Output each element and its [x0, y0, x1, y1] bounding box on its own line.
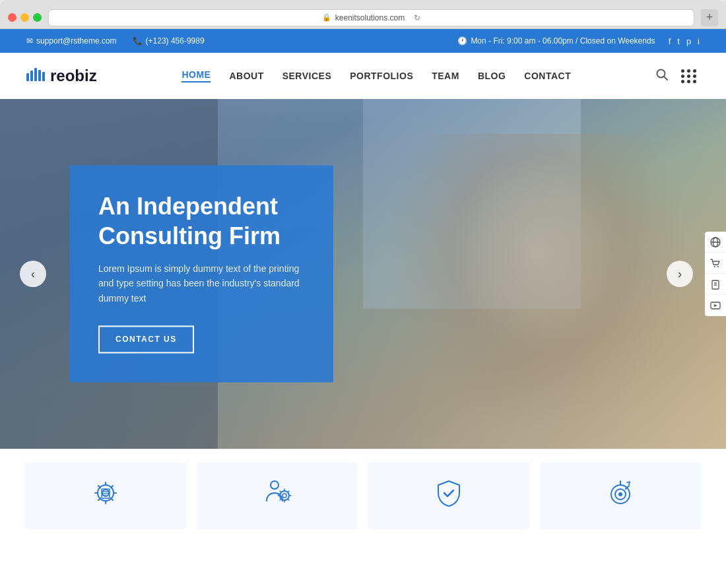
address-bar[interactable]: 🔒 keenitsolutions.com ↻ — [48, 9, 694, 26]
nav-team[interactable]: TEAM — [432, 71, 459, 81]
new-tab-button[interactable]: + — [701, 9, 718, 26]
nav-blog[interactable]: BLOG — [478, 71, 506, 81]
phone-icon: 📞 — [133, 36, 143, 46]
slider-next-button[interactable]: › — [667, 261, 693, 287]
hero-section: An Independent Consulting Firm Lorem Ips… — [0, 99, 726, 449]
globe-side-icon[interactable] — [705, 232, 726, 253]
traffic-lights — [8, 13, 42, 22]
feature-card-1 — [25, 463, 186, 529]
dot — [687, 75, 690, 78]
dot — [681, 75, 684, 78]
dot — [687, 69, 690, 73]
clipboard-side-icon[interactable] — [705, 274, 726, 295]
dot — [693, 80, 696, 83]
search-button[interactable] — [656, 69, 668, 83]
dot — [681, 69, 684, 73]
facebook-icon[interactable]: f — [669, 36, 671, 46]
clock-icon: 🕐 — [457, 36, 467, 46]
chevron-right-icon: › — [678, 267, 682, 281]
svg-point-28 — [618, 492, 622, 496]
email-icon: ✉ — [26, 36, 33, 46]
nav-portfolios[interactable]: PORTFOLIOS — [350, 71, 413, 81]
shield-check-icon — [432, 476, 466, 516]
top-bar-right: 🕐 Mon - Fri: 9:00 am - 06.00pm / Closed … — [457, 36, 700, 46]
feature-cards — [0, 449, 726, 542]
svg-point-25 — [282, 494, 286, 498]
target-arrow-icon — [603, 476, 638, 516]
dot — [687, 80, 690, 83]
phone-text: (+123) 456-9989 — [146, 36, 205, 46]
nav-contact[interactable]: CONTACT — [524, 71, 571, 81]
twitter-icon[interactable]: t — [677, 36, 680, 46]
close-button[interactable] — [8, 13, 16, 22]
website-content: ✉ support@rstheme.com 📞 (+123) 456-9989 … — [0, 29, 726, 588]
worker-gear-icon — [260, 476, 294, 516]
chevron-left-icon: ‹ — [31, 267, 35, 281]
cart-side-icon[interactable] — [705, 253, 726, 274]
dot — [693, 75, 696, 78]
svg-rect-4 — [42, 72, 45, 81]
nav-services[interactable]: SERVICES — [282, 71, 332, 81]
svg-marker-16 — [714, 304, 717, 307]
svg-rect-2 — [34, 68, 37, 81]
logo-text: reobiz — [50, 67, 97, 85]
browser-chrome: 🔒 keenitsolutions.com ↻ + — [0, 0, 726, 29]
side-floating-icons — [705, 232, 726, 316]
url-text: keenitsolutions.com — [335, 13, 405, 22]
hero-title: An Independent Consulting Firm — [98, 191, 304, 251]
top-bar-left: ✉ support@rstheme.com 📞 (+123) 456-9989 — [26, 36, 205, 46]
nav-about[interactable]: ABOUT — [229, 71, 263, 81]
svg-rect-1 — [30, 71, 33, 81]
refresh-icon[interactable]: ↻ — [414, 13, 420, 22]
business-hours: 🕐 Mon - Fri: 9:00 am - 06.00pm / Closed … — [457, 36, 655, 46]
play-side-icon[interactable] — [705, 295, 726, 316]
email-text: support@rstheme.com — [36, 36, 117, 46]
phone-contact: 📞 (+123) 456-9989 — [133, 36, 205, 46]
pinterest-icon[interactable]: p — [686, 36, 691, 46]
svg-point-10 — [714, 266, 715, 267]
instagram-icon[interactable]: i — [698, 36, 700, 46]
maximize-button[interactable] — [33, 13, 42, 22]
hours-text: Mon - Fri: 9:00 am - 06.00pm / Closed on… — [471, 36, 655, 46]
navbar: reobiz HOME ABOUT SERVICES PORTFOLIOS TE… — [0, 53, 726, 99]
hero-content: An Independent Consulting Firm Lorem Ips… — [69, 165, 333, 382]
email-contact: ✉ support@rstheme.com — [26, 36, 117, 46]
social-icons: f t p i — [669, 36, 700, 46]
feature-card-3 — [368, 463, 529, 529]
contact-us-button[interactable]: CONTACT US — [98, 326, 194, 354]
nav-links: HOME ABOUT SERVICES PORTFOLIOS TEAM BLOG… — [182, 69, 571, 82]
svg-point-23 — [271, 481, 279, 489]
svg-rect-0 — [26, 73, 29, 81]
nav-home[interactable]: HOME — [182, 69, 211, 82]
top-bar: ✉ support@rstheme.com 📞 (+123) 456-9989 … — [0, 29, 726, 53]
logo-icon — [26, 67, 45, 85]
dot — [693, 69, 696, 73]
lock-icon: 🔒 — [322, 13, 331, 22]
svg-rect-3 — [38, 70, 41, 81]
minimize-button[interactable] — [20, 13, 29, 22]
gear-document-icon — [88, 476, 123, 516]
svg-line-6 — [664, 77, 667, 80]
feature-card-2 — [197, 463, 358, 529]
svg-point-11 — [717, 266, 719, 267]
hero-description: Lorem Ipsum is simply dummy text of the … — [98, 261, 304, 306]
dot — [681, 80, 684, 83]
slider-prev-button[interactable]: ‹ — [20, 261, 46, 287]
logo[interactable]: reobiz — [26, 67, 97, 85]
nav-right — [656, 67, 700, 86]
grid-menu-button[interactable] — [678, 67, 700, 86]
feature-card-4 — [540, 463, 701, 529]
